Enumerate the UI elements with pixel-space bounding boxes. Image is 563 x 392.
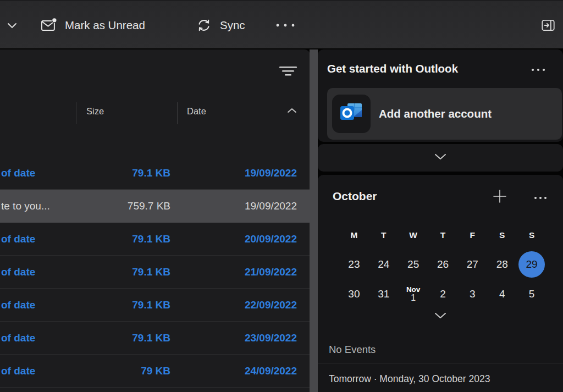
open-pane-icon: [540, 17, 556, 34]
weekday-label: T: [369, 228, 399, 242]
message-date: 20/09/2022: [245, 223, 297, 255]
message-list-panel: Size Date of date 79.1 KB 19/09/2022 te …: [0, 49, 310, 392]
message-size: 79.1 KB: [132, 256, 170, 288]
message-date: 24/09/2022: [245, 355, 297, 387]
ellipsis-icon: [275, 22, 296, 29]
message-rows: of date 79.1 KB 19/09/2022 te to you... …: [0, 157, 310, 388]
add-account-button[interactable]: Add another account: [327, 88, 562, 140]
plus-icon: [492, 188, 508, 207]
column-header-date[interactable]: Date: [187, 104, 206, 118]
message-date: 23/09/2022: [245, 322, 297, 354]
weekday-label: M: [339, 228, 369, 242]
get-started-title: Get started with Outlook: [327, 60, 458, 77]
message-subject: of date: [1, 289, 35, 321]
message-subject: te to you...: [1, 190, 50, 222]
message-date: 22/09/2022: [245, 289, 297, 321]
calendar-day-selected[interactable]: 29: [517, 251, 547, 278]
column-divider: [76, 102, 76, 124]
outlook-logo: [338, 100, 365, 128]
weekday-label: F: [457, 228, 487, 242]
calendar-day[interactable]: 27: [457, 251, 487, 278]
add-account-label: Add another account: [379, 88, 492, 140]
no-events-label: No Events: [329, 343, 376, 357]
sync-button[interactable]: Sync: [196, 1, 245, 49]
right-sidebar: Get started with Outlook: [318, 49, 563, 392]
message-size: 79.1 KB: [132, 223, 170, 255]
message-size: 79.1 KB: [132, 157, 170, 189]
message-size: 759.7 KB: [128, 190, 170, 222]
chevron-down-icon: [4, 18, 20, 33]
calendar-day[interactable]: 5: [517, 281, 547, 307]
calendar-day[interactable]: 30: [339, 281, 369, 307]
message-date: 21/09/2022: [245, 256, 297, 288]
calendar-week1-row: 23 24 25 26 27 28 29: [339, 251, 547, 278]
calendar-day[interactable]: 28: [487, 251, 517, 278]
message-subject: of date: [1, 355, 35, 387]
nov-month-label: Nov: [406, 286, 421, 294]
calendar-day[interactable]: 3: [457, 281, 487, 307]
calendar-day[interactable]: 31: [369, 281, 399, 307]
message-date: 19/09/2022: [245, 190, 297, 222]
weekday-label: S: [517, 228, 547, 242]
filter-button[interactable]: [278, 65, 298, 80]
outlook-window: Mark as Unread Sync: [0, 0, 563, 392]
top-toolbar: Mark as Unread Sync: [0, 0, 563, 48]
agenda-footer: Tomorrow · Monday, 30 October 2023: [329, 371, 490, 387]
open-pane-button[interactable]: [540, 1, 556, 49]
calendar-day[interactable]: 4: [487, 281, 517, 307]
weekday-label: W: [399, 228, 428, 242]
calendar-day[interactable]: 23: [339, 251, 369, 278]
weekday-label: S: [487, 228, 517, 242]
calendar-day-nov-1[interactable]: Nov 1: [399, 281, 428, 307]
get-started-collapse-bar[interactable]: [318, 144, 563, 172]
calendar-week2-row: 30 31 Nov 1 2 3 4 5: [339, 281, 547, 307]
message-size: 79.1 KB: [132, 289, 170, 321]
message-size: 79.1 KB: [132, 322, 170, 354]
message-subject: of date: [1, 157, 35, 189]
mark-as-unread-label: Mark as Unread: [65, 19, 145, 32]
calendar-month-title: October: [333, 188, 377, 205]
new-event-button[interactable]: [492, 189, 508, 206]
message-subject: of date: [1, 322, 35, 354]
panel-divider[interactable]: [310, 49, 318, 392]
outlook-logo-tile: [332, 95, 371, 133]
message-row[interactable]: of date 79.1 KB 21/09/2022: [0, 256, 310, 289]
column-header-size[interactable]: Size: [86, 104, 104, 118]
calendar-day[interactable]: 2: [428, 281, 458, 307]
message-row[interactable]: of date 79 KB 24/09/2022: [0, 355, 310, 388]
reply-dropdown-button[interactable]: [4, 1, 20, 49]
calendar-day[interactable]: 24: [369, 251, 399, 278]
sync-label: Sync: [220, 19, 245, 32]
calendar-expand-button[interactable]: [318, 311, 563, 322]
message-subject: of date: [1, 256, 35, 288]
selected-day-circle: 29: [518, 251, 545, 278]
ellipsis-icon: [531, 64, 546, 74]
calendar-more-button[interactable]: [532, 192, 549, 202]
toolbar-more-button[interactable]: [275, 1, 296, 49]
get-started-more-button[interactable]: [529, 63, 547, 76]
weekday-label: T: [428, 228, 458, 242]
column-divider: [177, 102, 178, 124]
message-date: 19/09/2022: [245, 157, 297, 189]
message-row[interactable]: of date 79.1 KB 19/09/2022: [0, 157, 310, 190]
collapse-chevron-icon: [432, 152, 449, 163]
agenda-divider: [318, 363, 563, 363]
message-subject: of date: [1, 223, 35, 255]
ellipsis-icon: [533, 192, 548, 202]
message-size: 79 KB: [141, 355, 170, 387]
nov-day-label: 1: [411, 294, 416, 303]
message-row[interactable]: of date 79.1 KB 22/09/2022: [0, 289, 310, 322]
calendar-day[interactable]: 26: [428, 251, 458, 278]
get-started-card: Get started with Outlook: [318, 49, 563, 142]
mail-unread-icon: [40, 16, 57, 34]
chevron-down-icon: [432, 311, 449, 322]
message-row[interactable]: of date 79.1 KB 23/09/2022: [0, 322, 310, 355]
chevron-up-sort-icon[interactable]: [286, 107, 298, 117]
calendar-day[interactable]: 25: [399, 251, 428, 278]
mark-as-unread-button[interactable]: Mark as Unread: [40, 1, 145, 49]
filter-icon: [278, 70, 298, 80]
calendar-card: October M T W T F S S 23: [318, 175, 563, 392]
message-row[interactable]: of date 79.1 KB 20/09/2022: [0, 223, 310, 256]
sync-icon: [196, 17, 212, 34]
message-row-selected[interactable]: te to you... 759.7 KB 19/09/2022: [0, 190, 310, 223]
